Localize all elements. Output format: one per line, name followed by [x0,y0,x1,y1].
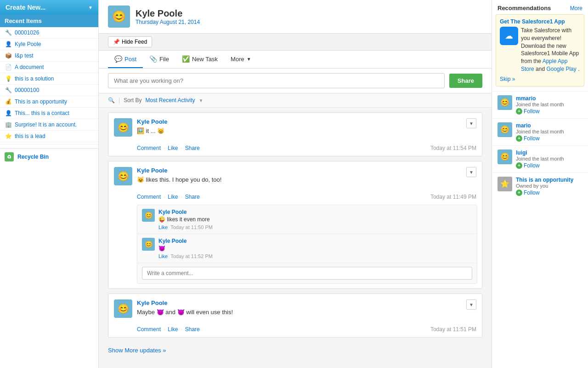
post-author-post3[interactable]: Kyle Poole [137,299,462,306]
sidebar-item-icon-00001026: 🔧 [5,29,12,36]
skip-link[interactable]: Skip » [500,76,580,82]
post-action-like-post1[interactable]: Like [168,145,178,151]
person-follow-button-0[interactable]: + Follow [516,108,582,115]
sidebar-item-iap-test[interactable]: 📦I&p test [0,50,98,62]
sidebar-item-icon-surprise-account: 🏢 [5,121,12,128]
sort-value[interactable]: Most Recent Activity [145,97,195,104]
comment-action-like-post2-1[interactable]: Like [158,253,168,259]
hide-feed-button[interactable]: 📌 Hide Feed [108,36,152,47]
opportunity-follow-button[interactable]: + Follow [516,190,582,196]
person-follow-plus-icon-1: + [516,135,522,142]
comment-text-post2-1: 😈 [158,245,213,252]
sidebar-item-link-00000100[interactable]: 00000100 [15,87,39,93]
person-follow-button-1[interactable]: + Follow [516,135,582,142]
recommendations-more-link[interactable]: More [570,5,582,12]
comment-author-post2-0[interactable]: Kyle Poole [158,209,213,215]
post-menu-button-post3[interactable]: ▼ [466,299,476,310]
post-text-post1: 🖼️ it ... 😸 [137,127,462,135]
comment-author-post2-1[interactable]: Kyle Poole [158,238,213,244]
sf1-promo-title: Get The Salesforce1 App [500,18,580,25]
sidebar-item-this-is-a-solution[interactable]: 💡this is a solution [0,73,98,85]
feed-area: 😊 Kyle Poole 🖼️ it ... 😸 ▼ Comment · Lik… [99,108,492,347]
sidebar-item-link-this-this-is-a-contact[interactable]: This... this is a contact [15,110,69,116]
google-play-link[interactable]: Google Play [546,66,576,72]
tab-file-label: File [159,56,169,63]
tab-more[interactable]: More ▼ [224,51,258,68]
post-card-post2: 😊 Kyle Poole 😺 likes this. I hope you do… [108,161,482,289]
recycle-bin-label: Recycle Bin [17,154,49,160]
recycle-bin-item[interactable]: ♻ Recycle Bin [0,148,98,165]
post-action-like-post3[interactable]: Like [168,326,178,333]
sidebar-item-00001026[interactable]: 🔧00001026 [0,27,98,39]
person-follow-button-2[interactable]: + Follow [516,162,582,169]
person-info-1: mario Joined the last month + Follow [516,122,582,142]
sidebar-item-this-is-an-opportunity[interactable]: 💰This is an opportunity [0,96,98,108]
post-time-post2: Today at 11:49 PM [430,194,476,200]
share-label: Share [458,77,474,84]
person-avatar-2: 😊 [498,150,512,164]
sidebar-item-00000100[interactable]: 🔧00000100 [0,85,98,96]
person-recommendation-2: 😊 luigi Joined the last month + Follow [492,145,588,172]
sidebar-item-link-surprise-account[interactable]: Surprise! It is an account. [15,121,77,128]
post-action-comment-post2[interactable]: Comment [137,194,161,200]
post-action-comment-post1[interactable]: Comment [137,145,161,151]
comment-item-post2-0: 😊 Kyle Poole 😜 likes it even more Like T… [137,205,477,234]
sort-dropdown-icon: ▼ [199,98,204,103]
sidebar-item-surprise-account[interactable]: 🏢Surprise! It is an account. [0,119,98,131]
sf1-promo: Get The Salesforce1 App ☁ Take Salesforc… [496,14,584,86]
sf1-period: . [578,66,579,72]
create-new-button[interactable]: Create New... ▼ [0,0,98,15]
post-actions-post1: Comment · Like · Share Today at 11:54 PM [108,142,482,156]
file-icon: 📎 [149,55,157,63]
person-name-2[interactable]: luigi [516,150,582,156]
sidebar-item-link-this-is-an-opportunity[interactable]: This is an opportunity [15,98,67,105]
post-author-post1[interactable]: Kyle Poole [137,118,462,125]
person-name-0[interactable]: mmario [516,95,582,102]
sidebar-item-kyle-poole[interactable]: 👤Kyle Poole [0,39,98,50]
post-menu-button-post1[interactable]: ▼ [466,118,476,128]
main-content: 😊 Kyle Poole Thursday August 21, 2014 📌 … [99,0,492,368]
tab-post[interactable]: 💬 Post [108,51,143,68]
person-sub-1: Joined the last month [516,129,582,134]
write-comment-input-post2[interactable] [142,267,472,280]
sidebar-item-link-a-document[interactable]: A document [15,64,44,70]
sidebar-item-icon-a-document: 📄 [5,63,12,71]
post-action-share-post2[interactable]: Share [185,194,200,200]
compose-input[interactable] [108,73,445,88]
comment-header-post2-0: 😊 Kyle Poole 😜 likes it even more Like T… [142,209,472,230]
profile-info: Kyle Poole Thursday August 21, 2014 [136,8,200,25]
sidebar-item-icon-kyle-poole: 👤 [5,40,12,48]
opportunity-name[interactable]: This is an opportunity [516,177,582,183]
post-body-post3: Kyle Poole Maybe 😈 and 😈 will even use t… [137,299,462,316]
profile-avatar: 😊 [108,6,130,28]
person-recommendation-1: 😊 mario Joined the last month + Follow [492,118,588,145]
post-author-post2[interactable]: Kyle Poole [137,167,462,174]
comment-action-like-post2-0[interactable]: Like [158,224,168,230]
sf1-logo: ☁ [500,27,518,45]
show-more-updates[interactable]: Show More updates » [99,347,492,363]
share-button[interactable]: Share [449,74,482,88]
post-action-share-post1[interactable]: Share [185,145,200,151]
post-action-like-post2[interactable]: Like [168,194,178,200]
sidebar-item-this-is-a-lead[interactable]: ⭐this is a lead [0,131,98,142]
sidebar-item-link-this-is-a-solution[interactable]: this is a solution [15,75,54,82]
post-text-post3: Maybe 😈 and 😈 will even use this! [137,308,462,316]
tab-new-task[interactable]: ✅ New Task [175,51,224,68]
sidebar-item-this-this-is-a-contact[interactable]: 👤This... this is a contact [0,108,98,119]
sidebar-item-link-iap-test[interactable]: I&p test [15,52,34,59]
sidebar-item-link-kyle-poole[interactable]: Kyle Poole [15,41,41,47]
post-action-comment-post3[interactable]: Comment [137,326,161,333]
sidebar-item-link-this-is-a-lead[interactable]: this is a lead [15,133,45,139]
post-header-post2: 😊 Kyle Poole 😺 likes this. I hope you do… [108,161,482,191]
sidebar-item-link-00001026[interactable]: 00001026 [15,29,39,36]
write-comment-post2 [137,263,477,283]
sort-divider: | [119,97,120,104]
comment-actions-post2-0: Like Today at 11:50 PM [158,224,213,230]
post-menu-button-post2[interactable]: ▼ [466,167,476,177]
tab-file[interactable]: 📎 File [143,51,175,68]
sidebar-item-a-document[interactable]: 📄A document [0,62,98,73]
person-name-1[interactable]: mario [516,122,582,129]
feed-toolbar: 💬 Post 📎 File ✅ New Task More ▼ [99,51,492,69]
person-follow-label-0: Follow [524,108,540,115]
post-action-share-post3[interactable]: Share [185,326,200,333]
